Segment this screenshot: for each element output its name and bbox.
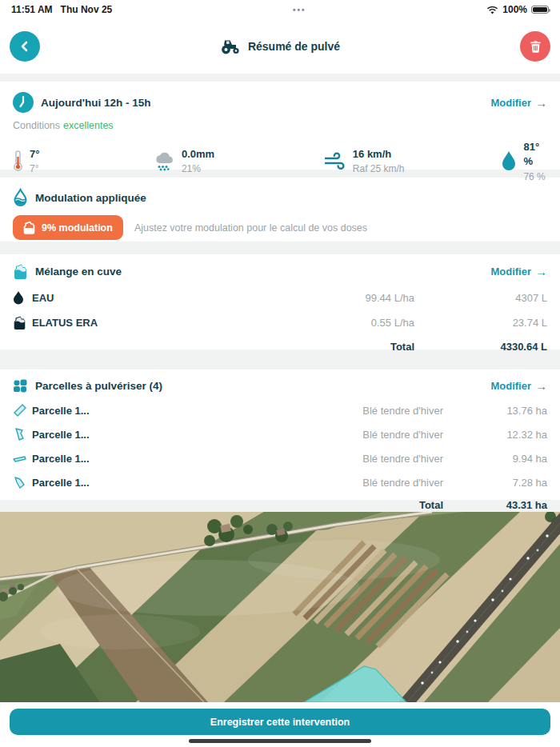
header: Résumé de pulvé [0, 19, 560, 74]
weather-modify-button[interactable]: Modifier→ [490, 96, 547, 110]
modulation-card: Modulation appliquée 9% modulation Ajust… [0, 178, 560, 242]
parcel-shape-icon [13, 451, 32, 465]
parcel-shape-icon [13, 427, 32, 441]
save-intervention-button[interactable]: Enregistrer cette intervention [10, 709, 550, 735]
parcel-row: Parcelle 1... Blé tendre d'hiver 9.94 ha [13, 451, 547, 465]
parcel-row: Parcelle 1... Blé tendre d'hiver 7.28 ha [13, 475, 547, 489]
parcel-shape-icon [13, 403, 32, 417]
wifi-icon [486, 6, 498, 14]
tractor-icon [220, 38, 241, 54]
battery-percent: 100% [502, 4, 527, 15]
temperature-metric: 7°7° [13, 146, 154, 175]
humidity-metric: 81°%76 % [501, 139, 547, 183]
weather-card: Aujourd'hui 12h - 15h Modifier→ Conditio… [0, 82, 560, 170]
arrow-right-icon: → [535, 96, 547, 110]
parcels-card: Parcelles à pulvériser (4) Modifier→ Par… [0, 370, 560, 500]
parcel-row: Parcelle 1... Blé tendre d'hiver 13.76 h… [13, 403, 547, 417]
delete-button[interactable] [520, 31, 550, 62]
footer: Enregistrer cette intervention [0, 702, 560, 747]
clock-icon [13, 92, 34, 113]
rain-metric: 0.0mm21% [154, 146, 324, 175]
fields-cluster-icon [13, 378, 28, 393]
mix-row-product: ELATUS ERA 0.55 L/ha 23.74 L [13, 315, 547, 330]
wind-icon [324, 152, 346, 170]
parcel-shape-icon [13, 475, 32, 489]
mix-row-water: EAU 99.44 L/ha 4307 L [13, 290, 547, 305]
humidity-drop-icon [501, 150, 517, 172]
product-jug-icon [13, 315, 32, 330]
battery-icon [531, 6, 549, 14]
satellite-map[interactable] [0, 512, 560, 702]
arrow-right-icon: → [535, 379, 547, 393]
multitask-dots: ••• [112, 6, 486, 14]
status-bar: 11:51 AM Thu Nov 25 ••• 100% [0, 0, 560, 19]
conditions-row: Conditionsexcellentes [13, 120, 547, 131]
rain-cloud-icon [154, 151, 175, 171]
modulation-badge-button[interactable]: 9% modulation [13, 215, 123, 240]
page-title: Résumé de pulvé [248, 40, 340, 53]
modulation-hint: Ajustez votre modulation pour le calcul … [134, 222, 367, 234]
parcels-modify-button[interactable]: Modifier→ [490, 379, 547, 393]
status-time: 11:51 AM [11, 4, 53, 15]
weather-card-title: Aujourd'hui 12h - 15h [41, 97, 150, 109]
mix-modify-button[interactable]: Modifier→ [490, 265, 547, 278]
back-button[interactable] [10, 31, 40, 62]
modulation-card-title: Modulation appliquée [35, 192, 146, 204]
status-date: Thu Nov 25 [61, 4, 113, 15]
arrow-right-icon: → [535, 265, 547, 278]
drop-outline-icon [13, 188, 28, 207]
water-drop-icon [13, 290, 32, 305]
mix-card-title: Mélange en cuve [35, 266, 122, 278]
trash-icon [530, 40, 542, 53]
wind-metric: 16 km/hRaf 25 km/h [324, 146, 502, 175]
jug-icon-white [23, 221, 35, 234]
chevron-left-icon [19, 41, 30, 52]
tank-mix-card: Mélange en cuve Modifier→ EAU 99.44 L/ha… [0, 254, 560, 350]
conditions-value: excellentes [63, 120, 114, 131]
thermometer-icon [13, 150, 23, 172]
parcel-row: Parcelle 1... Blé tendre d'hiver 12.32 h… [13, 427, 547, 441]
jug-icon-teal [13, 263, 28, 280]
home-indicator[interactable] [189, 739, 371, 743]
parcels-card-title: Parcelles à pulvériser (4) [35, 380, 162, 392]
